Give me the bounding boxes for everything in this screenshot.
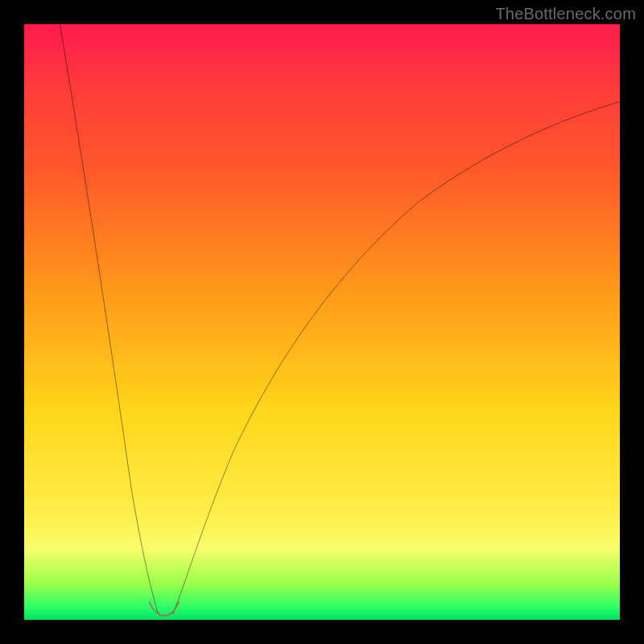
watermark-text: TheBottleneck.com — [495, 5, 636, 23]
trough-marker — [149, 602, 179, 616]
curve-layer — [24, 24, 620, 620]
curve-left-branch — [60, 24, 158, 614]
chart-frame: TheBottleneck.com — [0, 0, 644, 644]
plot-area — [24, 24, 620, 620]
curve-right-branch — [173, 101, 620, 613]
